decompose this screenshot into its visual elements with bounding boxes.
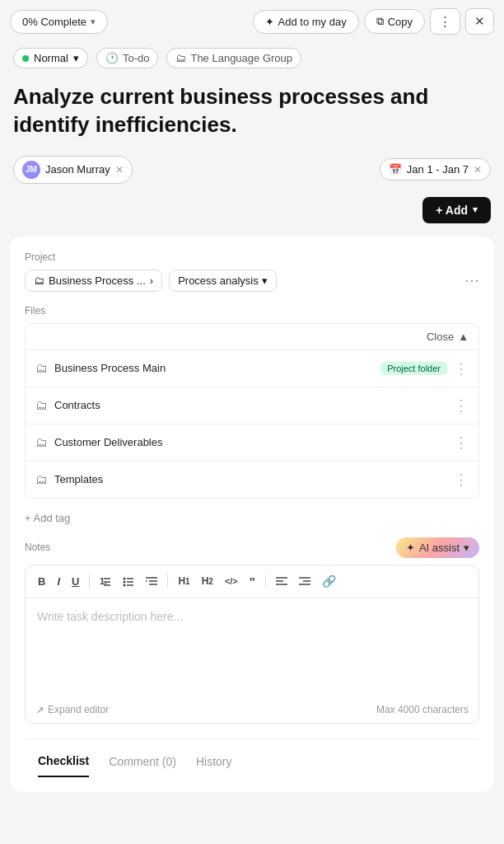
progress-button[interactable]: 0% Complete ▾: [10, 10, 108, 34]
notes-placeholder: Write task description here...: [37, 610, 183, 623]
add-row: + Add ▾: [0, 197, 504, 237]
quote-button[interactable]: ": [245, 572, 259, 591]
project-folder-button[interactable]: 🗂 Business Process ... ›: [25, 270, 162, 292]
todo-tag[interactable]: 🕐 To-do: [96, 48, 159, 68]
notes-header: Notes ✦ AI assist ▾: [25, 537, 479, 558]
project-more-button[interactable]: ⋯: [464, 271, 479, 289]
status-bar: Normal ▾ 🕐 To-do 🗂 The Language Group: [0, 43, 504, 77]
files-card: Close ▲ 🗂 Business Process Main Project …: [25, 323, 479, 499]
expand-icon: ↗: [35, 704, 44, 716]
group-label: The Language Group: [190, 52, 292, 64]
code-button[interactable]: </>: [221, 574, 242, 588]
meta-row: JM Jason Murray ✕ 📅 Jan 1 - Jan 7 ✕: [0, 152, 504, 197]
ai-assist-button[interactable]: ✦ AI assist ▾: [396, 537, 479, 558]
close-icon: ✕: [474, 14, 485, 29]
files-close-label: Close: [427, 331, 454, 343]
group-tag[interactable]: 🗂 The Language Group: [166, 48, 301, 68]
file-row-4: 🗂 Templates ⋮: [26, 461, 478, 498]
file-more-icon-3[interactable]: ⋮: [454, 434, 469, 452]
more-icon: ⋮: [439, 14, 451, 29]
calendar-icon: 📅: [389, 163, 402, 176]
process-analysis-button[interactable]: Process analysis ▾: [169, 270, 277, 292]
add-to-day-label: Add to my day: [278, 16, 347, 28]
file-row-2: 🗂 Contracts ⋮: [26, 387, 478, 424]
task-title: Analyze current business processes and i…: [13, 83, 491, 139]
expand-editor-button[interactable]: ↗ Expand editor: [35, 704, 109, 716]
project-folder-badge: Project folder: [380, 362, 447, 375]
assignee-chip[interactable]: JM Jason Murray ✕: [13, 156, 133, 184]
folder-icon: 🗂: [35, 361, 48, 375]
ordered-list-button[interactable]: 1.: [96, 573, 115, 589]
todo-label: To-do: [123, 52, 150, 64]
close-button[interactable]: ✕: [465, 8, 494, 35]
file-name-3: Customer Deliverables: [54, 436, 447, 448]
unordered-list-button[interactable]: [119, 573, 138, 589]
file-row-3: 🗂 Customer Deliverables ⋮: [26, 424, 478, 461]
project-folder-name: Business Process ...: [49, 274, 146, 287]
chevron-down-icon: ▾: [91, 16, 96, 27]
folder-icon: 🗂: [35, 398, 48, 412]
sun-icon: ✦: [265, 16, 274, 28]
ai-assist-label: AI assist: [419, 542, 460, 554]
file-name-2: Contracts: [54, 399, 447, 411]
italic-button[interactable]: I: [53, 573, 64, 590]
date-label: Jan 1 - Jan 7: [407, 163, 469, 176]
svg-marker-13: [146, 580, 148, 582]
avatar: JM: [22, 161, 40, 179]
remove-assignee-icon[interactable]: ✕: [115, 164, 124, 176]
toolbar: B I U 1. H1 H2 </> " 🔗: [26, 565, 478, 598]
top-bar: 0% Complete ▾ ✦ Add to my day ⧉ Copy ⋮ ✕: [0, 0, 504, 43]
priority-badge[interactable]: Normal ▾: [13, 48, 88, 68]
add-tag-button[interactable]: + Add tag: [25, 512, 479, 524]
svg-point-4: [124, 578, 126, 580]
tab-checklist[interactable]: Checklist: [38, 754, 89, 777]
top-bar-actions: ✦ Add to my day ⧉ Copy ⋮ ✕: [253, 8, 494, 35]
file-more-icon-2[interactable]: ⋮: [454, 396, 469, 415]
folder-icon: 🗂: [35, 435, 48, 449]
folder-icon: 🗂: [34, 274, 44, 287]
files-close-button[interactable]: Close ▲: [26, 324, 478, 349]
process-label: Process analysis: [178, 274, 259, 287]
project-section-label: Project: [25, 251, 479, 263]
underline-button[interactable]: U: [68, 573, 83, 590]
file-row-1: 🗂 Business Process Main Project folder ⋮: [26, 349, 478, 387]
chevron-right-icon: ›: [150, 274, 153, 287]
priority-label: Normal: [34, 52, 68, 64]
project-row: 🗂 Business Process ... › Process analysi…: [25, 270, 479, 292]
more-button[interactable]: ⋮: [430, 8, 460, 35]
toolbar-separator: [89, 574, 90, 588]
toolbar-separator: [167, 574, 168, 588]
link-button[interactable]: 🔗: [318, 572, 340, 590]
notes-textarea[interactable]: Write task description here...: [26, 598, 478, 697]
indent-button[interactable]: [142, 573, 161, 589]
date-chip[interactable]: 📅 Jan 1 - Jan 7 ✕: [380, 158, 491, 181]
assignee-name: Jason Murray: [45, 163, 110, 176]
file-more-icon-4[interactable]: ⋮: [454, 471, 469, 489]
chevron-down-icon: ▾: [464, 542, 469, 554]
remove-date-icon[interactable]: ✕: [474, 164, 482, 176]
file-name-1: Business Process Main: [54, 362, 374, 374]
add-button[interactable]: + Add ▾: [422, 197, 491, 223]
svg-point-5: [124, 581, 126, 584]
max-chars-label: Max 4000 characters: [376, 704, 469, 715]
main-card: Project 🗂 Business Process ... › Process…: [10, 237, 494, 792]
svg-text:1.: 1.: [100, 576, 107, 586]
notes-section-label: Notes: [25, 542, 50, 553]
svg-point-6: [124, 584, 126, 587]
h1-button[interactable]: H1: [174, 573, 194, 589]
bold-button[interactable]: B: [34, 573, 49, 590]
toolbar-separator: [265, 574, 266, 588]
file-more-icon-1[interactable]: ⋮: [454, 359, 469, 377]
align-left-button[interactable]: [272, 573, 292, 589]
tab-comment[interactable]: Comment (0): [109, 755, 176, 776]
priority-dot: [22, 55, 29, 62]
align-right-button[interactable]: [295, 573, 315, 589]
tab-history[interactable]: History: [196, 755, 232, 776]
chevron-down-icon: ▾: [73, 52, 79, 64]
chevron-up-icon: ▲: [458, 331, 469, 343]
add-to-day-button[interactable]: ✦ Add to my day: [253, 10, 359, 34]
expand-editor-label: Expand editor: [48, 704, 109, 715]
clock-icon: 🕐: [105, 52, 119, 64]
copy-button[interactable]: ⧉ Copy: [364, 9, 425, 34]
h2-button[interactable]: H2: [198, 573, 217, 589]
